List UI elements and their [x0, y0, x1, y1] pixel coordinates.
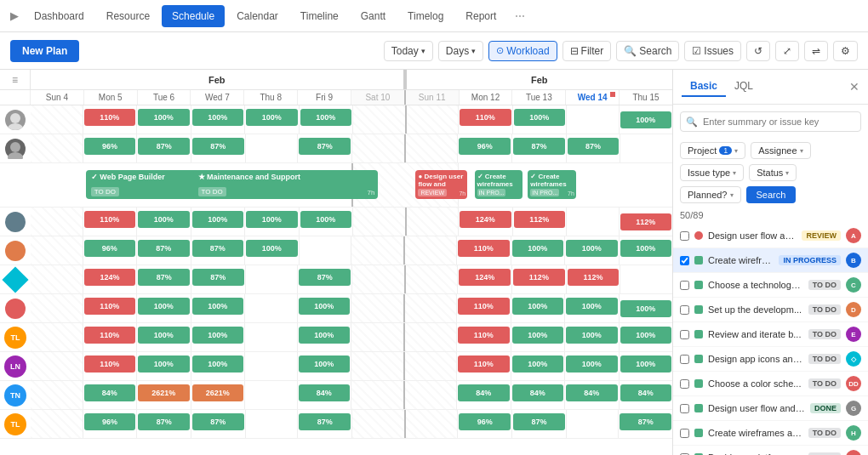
- search-input[interactable]: [680, 111, 861, 132]
- issues-label: Issues: [704, 45, 734, 57]
- filter-planned[interactable]: Planned? ▾: [680, 186, 741, 203]
- bars-row-4: 110% 100% 100% 100% 100% 124% 112% 112% …: [31, 208, 672, 236]
- issue-checkbox-1[interactable]: [680, 231, 689, 241]
- day-header-row: Sun 4 Mon 5 Tue 6 Wed 7 Thu 8 Fri 9 Sat …: [0, 90, 672, 105]
- issue-avatar-3: C: [846, 277, 861, 293]
- avatar-5: [5, 241, 26, 261]
- issue-item-9[interactable]: Create wireframes an... TO DO H: [673, 421, 868, 446]
- task-bar-maintenance[interactable]: ★ Maintenance and Support TO DO 7h: [193, 170, 379, 199]
- issue-item-2[interactable]: Create wireframe... IN PROGRESS B: [673, 248, 868, 273]
- issue-status-9: TO DO: [808, 428, 841, 438]
- schedule-row-6: 124% 87% 87% 87% 124% 112% 112%: [0, 265, 672, 294]
- search-issues-button[interactable]: Search: [746, 186, 797, 203]
- issue-icon-3: [694, 281, 703, 289]
- issue-checkbox-3[interactable]: [680, 281, 689, 290]
- issue-title-7: Choose a color sche...: [708, 378, 803, 389]
- issue-status-3: TO DO: [808, 280, 841, 290]
- issue-checkbox-8[interactable]: [680, 404, 689, 413]
- issue-avatar-5: E: [846, 327, 861, 342]
- task-bar-wireframes1[interactable]: ✓ Create wireframes IN PRO...: [475, 170, 523, 199]
- week-label-right: Feb: [407, 70, 673, 89]
- day-tue13: Tue 13: [512, 90, 566, 105]
- search-icon: 🔍: [624, 45, 637, 57]
- issue-checkbox-9[interactable]: [680, 429, 689, 438]
- tab-basic[interactable]: Basic: [682, 77, 726, 97]
- nav-tab-report[interactable]: Report: [455, 5, 506, 27]
- avatar-2: [5, 139, 26, 159]
- issue-item-3[interactable]: Choose a technology... TO DO C: [673, 273, 868, 298]
- bars-row-7: 110% 100% 100% 100% 110% 100% 100% 100% …: [31, 294, 672, 322]
- issue-item-5[interactable]: Review and iterate b... TO DO E: [673, 322, 868, 347]
- day-tue6: Tue 6: [138, 90, 191, 105]
- avatar-cell-2: [0, 139, 31, 159]
- schedule-row-1: 110% 100% 100% 100%: [0, 105, 672, 134]
- issue-item-1[interactable]: Design user flow an... REVIEW A: [673, 224, 868, 248]
- issue-icon-2: [694, 256, 703, 264]
- issue-avatar-2: B: [846, 253, 861, 268]
- issue-status-7: TO DO: [808, 378, 841, 389]
- settings-button[interactable]: ⚙: [833, 41, 858, 61]
- issue-title-8: Design user flow and ...: [708, 403, 805, 413]
- search-label: Search: [639, 45, 671, 57]
- issue-checkbox-6[interactable]: [680, 355, 689, 364]
- filter-row-1: Project 1 ▾ Assignee ▾: [673, 139, 868, 162]
- issue-checkbox-4[interactable]: [680, 305, 689, 315]
- issue-checkbox-2[interactable]: [680, 256, 689, 265]
- collapse-icon[interactable]: ▶: [10, 9, 19, 22]
- right-panel: Basic JQL ✕ 🔍 Project 1 ▾ Assignee ▾: [672, 70, 868, 455]
- issue-checkbox-7[interactable]: [680, 379, 689, 389]
- nav-tab-calendar[interactable]: Calendar: [226, 5, 288, 27]
- nav-tab-timeline[interactable]: Timeline: [290, 5, 349, 27]
- refresh-button[interactable]: ↺: [746, 41, 770, 61]
- issue-item-7[interactable]: Choose a color sche... TO DO DD: [673, 372, 868, 396]
- avatar-TL: TL: [4, 327, 26, 349]
- nav-tab-dashboard[interactable]: Dashboard: [24, 5, 94, 27]
- nav-more-icon[interactable]: ⋯: [508, 7, 532, 26]
- issue-item-8[interactable]: Design user flow and ... DONE G: [673, 396, 868, 421]
- svg-point-3: [8, 152, 23, 159]
- search-button[interactable]: 🔍 Search: [616, 41, 679, 61]
- today-button[interactable]: Today ▾: [384, 41, 433, 61]
- new-plan-button[interactable]: New Plan: [10, 40, 79, 62]
- nav-tab-gantt[interactable]: Gantt: [351, 5, 396, 27]
- filter-assignee[interactable]: Assignee ▾: [751, 142, 810, 159]
- bars-row-6: 124% 87% 87% 87% 124% 112% 112%: [31, 265, 672, 293]
- fullscreen-button[interactable]: ⤢: [775, 41, 799, 61]
- day-mon5: Mon 5: [84, 90, 138, 105]
- issue-status-1: REVIEW: [802, 230, 841, 241]
- nav-tab-resource[interactable]: Resource: [96, 5, 160, 27]
- settings2-button[interactable]: ⇌: [804, 41, 828, 61]
- issues-button[interactable]: ☑ Issues: [684, 41, 741, 61]
- days-label: Days: [446, 45, 469, 57]
- task-bar-wireframes2[interactable]: ✓ Create wireframes IN PRO... 7h: [528, 170, 576, 199]
- bars-row-TN: 84% 2621% 2621% 84% 84% 84% 84% 84%: [31, 381, 672, 409]
- days-button[interactable]: Days ▾: [438, 41, 483, 61]
- filter-button[interactable]: ⊟ Filter: [562, 41, 612, 61]
- filter-status[interactable]: Status ▾: [749, 164, 797, 181]
- main-area: ≡ Feb Feb Sun 4 Mon 5 Tue 6 Wed 7 Thu 8 …: [0, 70, 868, 455]
- issue-icon-8: [694, 404, 703, 412]
- tab-jql[interactable]: JQL: [726, 77, 762, 97]
- issue-checkbox-5[interactable]: [680, 330, 689, 339]
- issue-item-4[interactable]: Set up the developm... TO DO D: [673, 298, 868, 322]
- avatar-LN: LN: [4, 355, 26, 378]
- workload-icon: ⊙: [496, 45, 504, 56]
- filter-rows-icon[interactable]: ≡: [12, 74, 18, 86]
- close-panel-button[interactable]: ✕: [849, 80, 859, 94]
- schedule-row-TL2: TL 96% 87% 87% 87% 96% 87% 87%: [0, 410, 672, 439]
- filter-project[interactable]: Project 1 ▾: [680, 142, 745, 159]
- day-fri9: Fri 9: [298, 90, 351, 105]
- workload-button[interactable]: ⊙ Workload: [488, 41, 557, 61]
- bars-row-TL: 110% 100% 100% 100% 110% 100% 100% 100%: [31, 323, 672, 351]
- nav-tab-schedule[interactable]: Schedule: [162, 5, 225, 27]
- issue-item-10[interactable]: Decide on platforms TO DO DD: [673, 446, 868, 455]
- issue-avatar-1: A: [846, 228, 861, 243]
- results-count: 50/89: [673, 207, 868, 224]
- schedule-row-7: 110% 100% 100% 100% 110% 100% 100% 100% …: [0, 294, 672, 323]
- day-wed14: Wed 14: [566, 90, 620, 105]
- task-bar-design[interactable]: ● Design user flow and REVIEW 7h: [415, 170, 467, 199]
- nav-tab-timelog[interactable]: Timelog: [397, 5, 454, 27]
- issue-item-6[interactable]: Design app icons and... TO DO ◇: [673, 347, 868, 372]
- filter-issue-type[interactable]: Issue type ▾: [680, 164, 744, 181]
- bars-row-TL2: 96% 87% 87% 87% 96% 87% 87%: [31, 410, 672, 438]
